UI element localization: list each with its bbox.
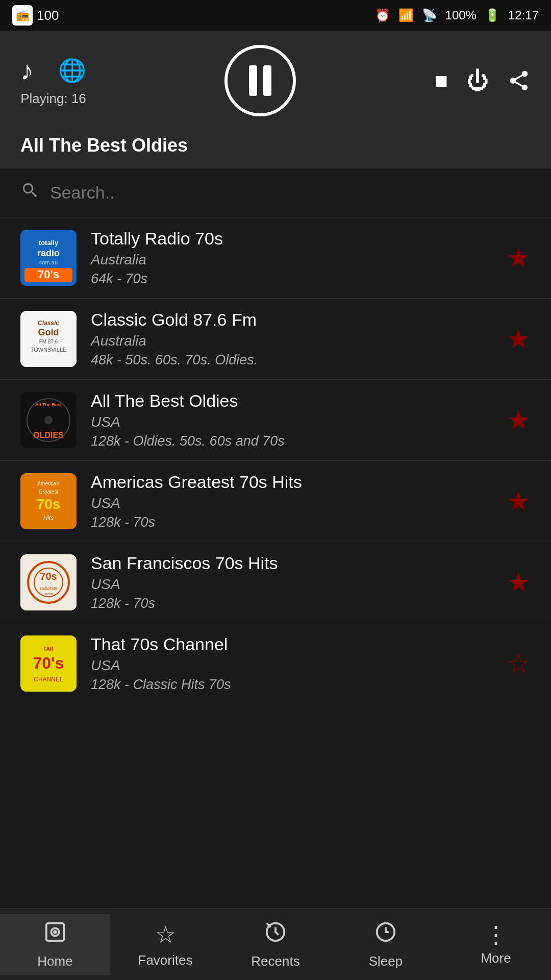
station-name: Classic Gold 87.6 Fm: [91, 310, 492, 330]
station-item[interactable]: Classic Gold FM 87.6 TOWNSVILLE Classic …: [0, 299, 551, 380]
station-country: USA: [91, 576, 492, 593]
station-country: Australia: [91, 252, 492, 268]
svg-text:FM 87.6: FM 87.6: [39, 339, 58, 345]
svg-text:Greatest: Greatest: [39, 489, 59, 495]
svg-text:Hits: Hits: [43, 514, 54, 522]
svg-text:com.au: com.au: [39, 259, 58, 265]
power-button[interactable]: ⏻: [466, 68, 489, 93]
more-label: More: [481, 950, 511, 966]
station-logo: Classic Gold FM 87.6 TOWNSVILLE: [20, 311, 77, 367]
playing-label: Playing: 16: [20, 91, 86, 107]
station-bitrate: 64k - 70s: [91, 271, 492, 287]
favorite-button[interactable]: ★: [507, 567, 531, 598]
recents-label: Recents: [251, 953, 299, 969]
station-info: Americas Greatest 70s Hits USA 128k - 70…: [91, 472, 492, 530]
station-info: Classic Gold 87.6 Fm Australia 48k - 50s…: [91, 310, 492, 368]
svg-text:radio: radio: [37, 248, 60, 258]
favorites-label: Favorites: [138, 952, 193, 968]
media-icons-row: ♪ 🌐: [20, 55, 86, 86]
svg-text:TAR: TAR: [43, 646, 54, 652]
search-icon: [20, 181, 40, 205]
sleep-label: Sleep: [369, 953, 403, 969]
wifi-icon: 📶: [398, 8, 414, 22]
station-logo: totally radio com.au 70's: [20, 230, 77, 286]
svg-text:Gold: Gold: [38, 327, 59, 337]
nav-sleep[interactable]: Sleep: [331, 914, 441, 975]
svg-text:totally: totally: [39, 239, 59, 247]
favorite-button[interactable]: ☆: [507, 648, 531, 679]
search-bar[interactable]: [0, 168, 551, 217]
share-button[interactable]: [507, 69, 531, 92]
nav-recents[interactable]: Recents: [220, 914, 331, 975]
bottom-nav: Home ☆ Favorites Recents Sleep ⋮ More: [0, 909, 551, 980]
globe-button[interactable]: 🌐: [58, 55, 86, 86]
station-list: totally radio com.au 70's Totally Radio …: [0, 217, 551, 891]
svg-text:70s: 70s: [37, 496, 61, 512]
stop-button[interactable]: ■: [434, 68, 448, 93]
favorite-button[interactable]: ★: [507, 324, 531, 354]
status-right: ⏰ 📶 📡 100% 🔋 12:17: [375, 8, 539, 22]
station-logo: 70s radiohits .com: [20, 554, 77, 610]
favorite-button[interactable]: ★: [507, 486, 531, 517]
top-left-icons: ♪ 🌐 Playing: 16: [20, 55, 86, 107]
top-right-icons: ■ ⏻: [434, 68, 531, 93]
station-item[interactable]: All The Best OLDIES All The Best Oldies …: [0, 380, 551, 461]
svg-text:America's: America's: [37, 481, 60, 486]
top-controls: ♪ 🌐 Playing: 16 ■ ⏻: [0, 31, 551, 127]
station-bitrate: 128k - Classic Hits 70s: [91, 677, 492, 693]
svg-text:All The Best: All The Best: [35, 402, 62, 407]
signal-icon: 📡: [422, 8, 437, 22]
clock: 12:17: [508, 8, 539, 22]
station-bitrate: 128k - Oldies. 50s. 60s and 70s: [91, 433, 492, 449]
station-name: Totally Radio 70s: [91, 229, 492, 249]
station-info: That 70s Channel USA 128k - Classic Hits…: [91, 634, 492, 693]
svg-point-33: [53, 930, 57, 934]
svg-text:OLDIES: OLDIES: [33, 431, 64, 439]
music-button[interactable]: ♪: [20, 55, 34, 86]
station-bitrate: 48k - 50s. 60s. 70s. Oldies.: [91, 352, 492, 368]
sleep-icon: [374, 920, 397, 949]
station-item[interactable]: America's Greatest 70s Hits Americas Gre…: [0, 461, 551, 542]
home-icon: [43, 920, 67, 949]
recents-icon: [264, 920, 287, 949]
battery-icon: 🔋: [485, 8, 500, 22]
station-logo: All The Best OLDIES: [20, 392, 77, 448]
station-info: San Franciscos 70s Hits USA 128k - 70s: [91, 553, 492, 611]
station-logo: America's Greatest 70s Hits: [20, 473, 77, 529]
signal-count: 100: [37, 8, 59, 23]
pause-icon: [249, 65, 271, 96]
svg-text:radiohits: radiohits: [40, 586, 58, 591]
favorite-button[interactable]: ★: [507, 242, 531, 273]
status-bar: 📻 100 ⏰ 📶 📡 100% 🔋 12:17: [0, 0, 551, 31]
station-item[interactable]: 70s radiohits .com San Franciscos 70s Hi…: [0, 542, 551, 623]
svg-text:70's: 70's: [38, 268, 59, 281]
station-name: That 70s Channel: [91, 634, 492, 654]
station-info: Totally Radio 70s Australia 64k - 70s: [91, 229, 492, 287]
alarm-icon: ⏰: [375, 8, 390, 22]
svg-text:CHANNEL: CHANNEL: [34, 676, 63, 683]
station-bitrate: 128k - 70s: [91, 514, 492, 530]
more-icon: ⋮: [484, 923, 508, 946]
favorite-button[interactable]: ★: [507, 405, 531, 435]
station-name: Americas Greatest 70s Hits: [91, 472, 492, 492]
svg-text:.com: .com: [44, 592, 53, 596]
pause-button[interactable]: [224, 45, 296, 116]
station-country: USA: [91, 414, 492, 430]
battery-label: 100%: [445, 8, 477, 22]
station-item[interactable]: TAR 70's CHANNEL That 70s Channel USA 12…: [0, 623, 551, 704]
svg-text:TOWNSVILLE: TOWNSVILLE: [31, 347, 67, 353]
svg-point-13: [44, 416, 53, 424]
station-logo: TAR 70's CHANNEL: [20, 635, 77, 692]
nav-favorites[interactable]: ☆ Favorites: [110, 915, 220, 974]
nav-home[interactable]: Home: [0, 914, 110, 975]
pause-bar-left: [249, 65, 257, 96]
app-icon: 📻: [12, 5, 33, 26]
search-input[interactable]: [50, 183, 531, 203]
favorites-icon: ☆: [155, 921, 176, 948]
station-item[interactable]: totally radio com.au 70's Totally Radio …: [0, 217, 551, 299]
svg-text:70s: 70s: [40, 571, 57, 582]
nav-more[interactable]: ⋮ More: [441, 917, 551, 972]
station-info: All The Best Oldies USA 128k - Oldies. 5…: [91, 391, 492, 449]
station-country: USA: [91, 657, 492, 674]
station-name: San Franciscos 70s Hits: [91, 553, 492, 573]
